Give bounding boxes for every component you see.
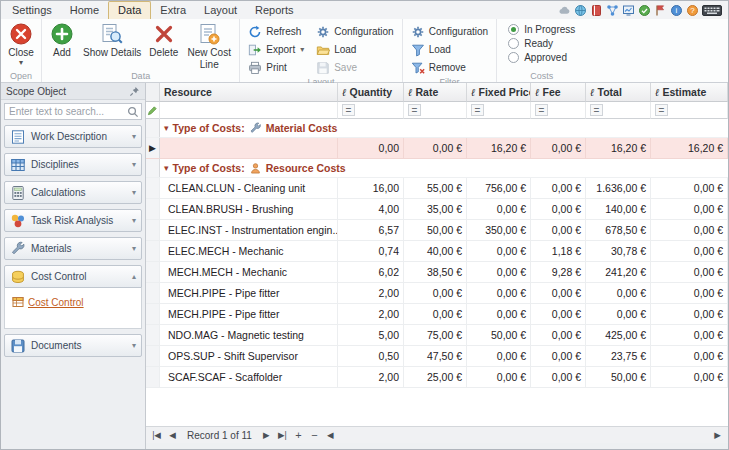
nav-prev-button[interactable]: ◀ — [165, 428, 180, 442]
table-row[interactable]: ELEC.MECH - Mechanic 0,74 40,00 € 0,00 €… — [146, 241, 728, 262]
resource-cell[interactable]: CLEAN.BRUSH - Brushing — [160, 199, 338, 220]
tab-data[interactable]: Data — [108, 1, 151, 19]
layout-configuration-button[interactable]: Configuration — [311, 23, 398, 40]
fixed-price-cell[interactable]: 0,00 € — [467, 346, 531, 367]
sidebar-item-work-description[interactable]: Work Description ▾ — [4, 125, 142, 148]
share-icon[interactable] — [606, 4, 619, 17]
quantity-cell[interactable]: 4,00 — [338, 199, 404, 220]
quantity-cell[interactable]: 0,00 — [338, 138, 404, 159]
resource-cell[interactable]: MECH.MECH - Mechanic — [160, 262, 338, 283]
resource-cell[interactable]: ELEC.MECH - Mechanic — [160, 241, 338, 262]
filter-load-button[interactable]: Load — [406, 41, 493, 58]
fixed-price-cell[interactable]: 16,20 € — [467, 138, 531, 159]
table-row[interactable]: CLEAN.CLUN - Cleaning unit 16,00 55,00 €… — [146, 178, 728, 199]
filter-cell-fixed-price[interactable]: = — [467, 102, 531, 119]
rate-cell[interactable]: 38,50 € — [404, 262, 467, 283]
total-cell[interactable]: 50,00 € — [586, 367, 651, 388]
table-row[interactable]: MECH.PIPE - Pipe fitter 2,00 0,00 € 0,00… — [146, 304, 728, 325]
estimate-cell[interactable]: 0,00 € — [651, 283, 728, 304]
sidebar-item-documents[interactable]: Documents ▾ — [4, 334, 142, 357]
table-row[interactable]: ELEC.INST - Instrumentation engin... 6,5… — [146, 220, 728, 241]
resource-cell[interactable]: CLEAN.CLUN - Cleaning unit — [160, 178, 338, 199]
nav-first-button[interactable]: |◀ — [149, 428, 164, 442]
fixed-price-cell[interactable]: 0,00 € — [467, 262, 531, 283]
pin-icon[interactable] — [129, 86, 140, 97]
table-row[interactable]: OPS.SUP - Shift Supervisor 0,50 47,50 € … — [146, 346, 728, 367]
fixed-price-cell[interactable]: 50,00 € — [467, 325, 531, 346]
nav-append-button[interactable]: + — [291, 428, 306, 442]
cloud-icon[interactable] — [558, 4, 571, 17]
table-row[interactable]: MECH.MECH - Mechanic 6,02 38,50 € 0,00 €… — [146, 262, 728, 283]
total-cell[interactable]: 1.636,00 € — [586, 178, 651, 199]
quantity-cell[interactable]: 2,00 — [338, 367, 404, 388]
hscroll-left-button[interactable]: ◀ — [323, 428, 338, 442]
search-input[interactable] — [4, 103, 142, 120]
fixed-price-cell[interactable]: 0,00 € — [467, 304, 531, 325]
rate-cell[interactable]: 75,00 € — [404, 325, 467, 346]
cost-control-link[interactable]: Cost Control — [12, 296, 84, 308]
nav-next-button[interactable]: ▶ — [259, 428, 274, 442]
fee-cell[interactable]: 0,00 € — [531, 178, 586, 199]
column-header-total[interactable]: ℓTotal — [586, 83, 651, 102]
rate-cell[interactable]: 0,00 € — [404, 283, 467, 304]
total-cell[interactable]: 140,00 € — [586, 199, 651, 220]
flag-icon[interactable] — [654, 4, 667, 17]
export-button[interactable]: Export ▾ — [243, 41, 309, 58]
quantity-cell[interactable]: 2,00 — [338, 283, 404, 304]
total-cell[interactable]: 23,75 € — [586, 346, 651, 367]
info-icon[interactable]: i — [670, 4, 683, 17]
material-costs-summary-row[interactable]: ▶ 0,00 0,00 € 16,20 € 0,00 € 16,20 € 16,… — [146, 138, 728, 159]
filter-cell-rate[interactable]: = — [404, 102, 467, 119]
total-cell[interactable]: 30,78 € — [586, 241, 651, 262]
nav-last-button[interactable]: ▶| — [275, 428, 290, 442]
column-header-fee[interactable]: ℓFee — [531, 83, 586, 102]
filter-configuration-button[interactable]: Configuration — [406, 23, 493, 40]
group-collapse-icon[interactable]: ▾ — [164, 123, 169, 133]
filter-cell-resource[interactable] — [160, 102, 338, 119]
filter-remove-button[interactable]: Remove — [406, 59, 493, 76]
fee-cell[interactable]: 0,00 € — [531, 199, 586, 220]
new-cost-line-button[interactable]: New Cost Line — [182, 20, 236, 70]
quantity-cell[interactable]: 0,50 — [338, 346, 404, 367]
quantity-cell[interactable]: 2,00 — [338, 304, 404, 325]
print-button[interactable]: Print — [243, 59, 309, 76]
delete-button[interactable]: Delete — [145, 20, 182, 59]
fee-cell[interactable]: 0,00 € — [531, 283, 586, 304]
keyboard-icon[interactable] — [702, 4, 722, 17]
sidebar-item-cost-control[interactable]: Cost Control ▴ — [4, 265, 142, 288]
total-cell[interactable]: 0,00 € — [586, 283, 651, 304]
quantity-cell[interactable]: 0,74 — [338, 241, 404, 262]
notebook-icon[interactable] — [590, 4, 603, 17]
fixed-price-cell[interactable]: 0,00 € — [467, 283, 531, 304]
estimate-cell[interactable]: 0,00 € — [651, 241, 728, 262]
table-row[interactable]: MECH.PIPE - Pipe fitter 2,00 0,00 € 0,00… — [146, 283, 728, 304]
fixed-price-cell[interactable]: 0,00 € — [467, 199, 531, 220]
status-check-icon[interactable] — [638, 4, 651, 17]
rate-cell[interactable]: 35,00 € — [404, 199, 467, 220]
column-header-fixed-price[interactable]: ℓFixed Price — [467, 83, 531, 102]
group-row-material-costs[interactable]: ▾ Type of Costs: Material Costs — [146, 119, 728, 138]
radio-approved[interactable]: Approved — [508, 52, 575, 63]
rate-cell[interactable]: 40,00 € — [404, 241, 467, 262]
sidebar-item-materials[interactable]: Materials ▾ — [4, 237, 142, 260]
radio-ready[interactable]: Ready — [508, 38, 575, 49]
rate-cell[interactable]: 47,50 € — [404, 346, 467, 367]
rate-cell[interactable]: 55,00 € — [404, 178, 467, 199]
tab-extra[interactable]: Extra — [151, 2, 195, 19]
resource-cell[interactable]: OPS.SUP - Shift Supervisor — [160, 346, 338, 367]
sidebar-item-task-risk-analysis[interactable]: Task Risk Analysis ▾ — [4, 209, 142, 232]
rate-cell[interactable]: 0,00 € — [404, 304, 467, 325]
total-cell[interactable]: 16,20 € — [586, 138, 651, 159]
estimate-cell[interactable]: 0,00 € — [651, 262, 728, 283]
layout-save-button[interactable]: Save — [311, 59, 398, 76]
fee-cell[interactable]: 0,00 € — [531, 304, 586, 325]
sidebar-item-disciplines[interactable]: Disciplines ▾ — [4, 153, 142, 176]
resource-cell[interactable] — [160, 138, 338, 159]
rate-cell[interactable]: 0,00 € — [404, 138, 467, 159]
horizontal-scrollbar[interactable] — [339, 429, 709, 442]
quantity-cell[interactable]: 6,02 — [338, 262, 404, 283]
globe-icon[interactable] — [574, 4, 587, 17]
rate-cell[interactable]: 25,00 € — [404, 367, 467, 388]
total-cell[interactable]: 0,00 € — [586, 304, 651, 325]
filter-cell-quantity[interactable]: = — [338, 102, 404, 119]
